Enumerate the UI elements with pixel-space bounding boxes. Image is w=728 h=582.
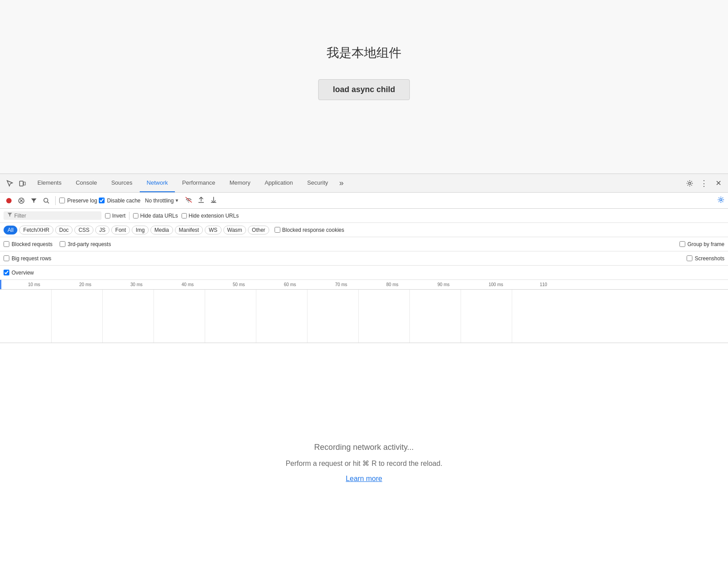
type-filter-media[interactable]: Media	[150, 226, 173, 234]
tab-application[interactable]: Application	[258, 174, 300, 192]
group-by-frame-input[interactable]	[679, 241, 685, 247]
svg-point-3	[6, 198, 12, 203]
close-devtools-icon[interactable]: ✕	[712, 177, 724, 190]
throttle-arrow-icon: ▼	[174, 198, 179, 203]
tab-network[interactable]: Network	[140, 174, 175, 192]
record-button[interactable]	[4, 195, 14, 206]
tab-security[interactable]: Security	[300, 174, 335, 192]
settings-icon[interactable]	[684, 177, 696, 190]
filter-row: Invert Hide data URLs Hide extension URL…	[0, 209, 728, 223]
tab-memory[interactable]: Memory	[222, 174, 258, 192]
devtools-tab-bar: Elements Console Sources Network Perform…	[0, 174, 728, 193]
options-row-2: Big request rows Screenshots	[0, 251, 728, 266]
blocked-cookies-checkbox[interactable]: Blocked response cookies	[275, 227, 344, 233]
invert-label: Invert	[112, 213, 125, 219]
type-filter-other[interactable]: Other	[248, 226, 269, 234]
device-mode-icon[interactable]	[16, 177, 28, 190]
inspect-element-icon[interactable]	[4, 177, 16, 190]
type-filter-fetch-xhr[interactable]: Fetch/XHR	[19, 226, 53, 234]
more-options-icon[interactable]: ⋮	[698, 177, 710, 190]
blocked-cookies-label: Blocked response cookies	[282, 227, 344, 233]
more-tabs-button[interactable]: »	[335, 177, 348, 190]
tab-elements[interactable]: Elements	[30, 174, 69, 192]
third-party-input[interactable]	[60, 241, 65, 247]
type-filter-row: All Fetch/XHR Doc CSS JS Font Img Media …	[0, 223, 728, 237]
tab-performance[interactable]: Performance	[175, 174, 222, 192]
tab-sources[interactable]: Sources	[104, 174, 140, 192]
devtools-panel: Elements Console Sources Network Perform…	[0, 174, 728, 582]
empty-state-title: Recording network activity...	[314, 443, 414, 452]
options-left: Blocked requests 3rd-party requests	[4, 241, 672, 247]
hide-data-urls-checkbox[interactable]: Hide data URLs	[133, 213, 178, 219]
clear-button[interactable]	[16, 195, 27, 206]
type-filter-doc[interactable]: Doc	[55, 226, 73, 234]
search-icon[interactable]	[41, 195, 52, 206]
third-party-checkbox[interactable]: 3rd-party requests	[60, 241, 111, 247]
filter-sep-1	[129, 212, 129, 220]
filter-input-wrap	[4, 211, 101, 220]
hide-ext-urls-checkbox[interactable]: Hide extension URLs	[182, 213, 239, 219]
options-left-2: Big request rows	[4, 255, 679, 262]
type-filter-wasm[interactable]: Wasm	[223, 226, 247, 234]
type-filter-js[interactable]: JS	[95, 226, 109, 234]
blocked-cookies-input[interactable]	[275, 227, 280, 233]
empty-state-subtitle: Perform a request or hit ⌘ R to record t…	[286, 459, 442, 468]
hide-ext-urls-input[interactable]	[182, 213, 187, 218]
group-by-frame-checkbox[interactable]: Group by frame	[679, 241, 724, 247]
blocked-requests-input[interactable]	[4, 241, 9, 247]
network-settings-icon[interactable]	[717, 196, 724, 205]
preserve-log-input[interactable]	[59, 198, 65, 203]
overview-checkbox[interactable]: Overview	[4, 270, 34, 276]
toolbar-separator-1	[55, 196, 56, 205]
timeline-20ms: 20 ms	[79, 282, 91, 287]
invert-checkbox[interactable]: Invert	[105, 213, 125, 219]
type-filter-ws[interactable]: WS	[205, 226, 221, 234]
learn-more-link[interactable]: Learn more	[346, 475, 382, 483]
page-title: 我是本地组件	[327, 44, 401, 61]
screenshots-input[interactable]	[687, 255, 692, 261]
filter-funnel-icon	[7, 212, 12, 219]
timeline-labels: 10 ms 20 ms 30 ms 40 ms 50 ms 60 ms 70 m…	[1, 280, 728, 289]
disable-cache-checkbox[interactable]: Disable cache	[99, 198, 140, 204]
invert-input[interactable]	[105, 213, 110, 218]
overview-input[interactable]	[4, 270, 9, 275]
load-async-child-button[interactable]: load async child	[318, 79, 410, 100]
throttle-select[interactable]: No throttling ▼	[142, 197, 182, 205]
big-request-rows-input[interactable]	[4, 255, 9, 261]
tab-console[interactable]: Console	[69, 174, 104, 192]
timeline-100ms: 100 ms	[489, 282, 503, 287]
filter-input[interactable]	[14, 213, 94, 219]
blocked-requests-checkbox[interactable]: Blocked requests	[4, 241, 53, 247]
timeline-50ms: 50 ms	[233, 282, 245, 287]
preserve-log-checkbox[interactable]: Preserve log	[59, 198, 97, 204]
network-toolbar: Preserve log Disable cache No throttling…	[0, 193, 728, 209]
overview-label: Overview	[12, 270, 34, 276]
hide-data-urls-input[interactable]	[133, 213, 138, 218]
devtools-toolbar-right: ⋮ ✕	[684, 177, 724, 190]
blocked-requests-label: Blocked requests	[12, 241, 53, 247]
timeline-90ms: 90 ms	[437, 282, 449, 287]
disable-cache-input[interactable]	[99, 198, 105, 203]
screenshots-checkbox[interactable]: Screenshots	[687, 255, 724, 262]
download-icon[interactable]	[208, 195, 219, 206]
type-filter-font[interactable]: Font	[111, 226, 130, 234]
page-content: 我是本地组件 load async child	[0, 0, 728, 174]
timeline-grid	[0, 290, 728, 343]
timeline-40ms: 40 ms	[182, 282, 194, 287]
disable-cache-label: Disable cache	[107, 198, 140, 204]
timeline-bars	[0, 290, 728, 343]
type-filter-css[interactable]: CSS	[74, 226, 93, 234]
type-filter-all[interactable]: All	[4, 226, 17, 234]
big-request-rows-checkbox[interactable]: Big request rows	[4, 255, 51, 262]
timeline-chart	[0, 290, 728, 343]
upload-icon[interactable]	[196, 195, 206, 206]
options-right-2: Screenshots	[687, 255, 724, 262]
svg-point-7	[44, 198, 48, 202]
empty-state: Recording network activity... Perform a …	[0, 343, 728, 582]
type-filter-manifest[interactable]: Manifest	[175, 226, 203, 234]
filter-toggle-icon[interactable]	[28, 195, 39, 206]
wifi-icon[interactable]	[183, 196, 194, 205]
options-row-1: Blocked requests 3rd-party requests Grou…	[0, 237, 728, 251]
svg-rect-1	[24, 182, 25, 185]
type-filter-img[interactable]: Img	[132, 226, 149, 234]
